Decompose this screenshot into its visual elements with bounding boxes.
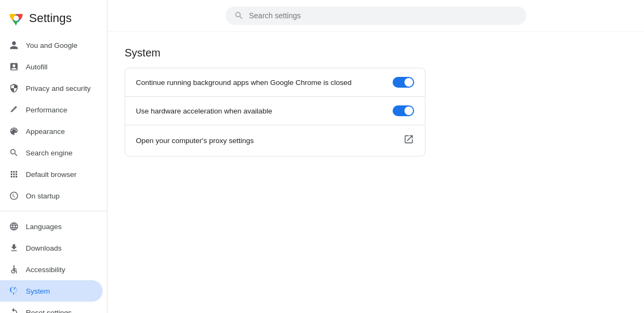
sidebar-item-downloads[interactable]: Downloads [0, 237, 103, 259]
search-icon [234, 11, 244, 20]
sidebar-item-appearance[interactable]: Appearance [0, 120, 103, 142]
sidebar-item-you-and-google[interactable]: You and Google [0, 34, 103, 56]
topbar [107, 0, 644, 32]
sidebar-item-label: Reset settings [26, 309, 72, 314]
sidebar-item-label: Performance [26, 106, 67, 114]
settings-card: Continue running background apps when Go… [125, 68, 425, 156]
sidebar-item-label: Appearance [26, 127, 65, 136]
sidebar-item-label: System [26, 287, 50, 295]
sidebar-item-label: Autofill [26, 63, 48, 71]
shield-icon [9, 83, 19, 94]
main-content: System Continue running background apps … [107, 0, 644, 313]
sidebar-item-label: On startup [26, 192, 60, 200]
toggle-background-apps-slider [393, 77, 414, 88]
appearance-icon [9, 126, 19, 137]
startup-icon [9, 190, 19, 201]
globe-icon [9, 221, 19, 232]
content-area: System Continue running background apps … [107, 32, 644, 172]
search-bar-container [226, 6, 526, 25]
performance-icon [9, 104, 19, 115]
sidebar-item-label: Privacy and security [26, 84, 91, 93]
app-title: Settings [29, 11, 72, 25]
toggle-hardware-acceleration[interactable] [393, 105, 414, 116]
person-icon [9, 40, 19, 51]
reset-icon [9, 307, 19, 313]
sidebar-item-reset-settings[interactable]: Reset settings [0, 302, 103, 313]
accessibility-icon [9, 264, 19, 275]
toggle-hardware-acceleration-slider [393, 105, 414, 116]
toggle-background-apps[interactable] [393, 77, 414, 88]
sidebar-item-label: Accessibility [26, 266, 66, 274]
sidebar-item-default-browser[interactable]: Default browser [0, 163, 103, 185]
wrench-icon [9, 286, 19, 296]
app-title-area: Settings [0, 4, 107, 34]
sidebar-item-label: Search engine [26, 149, 73, 157]
setting-row-background-apps: Continue running background apps when Go… [125, 68, 425, 97]
setting-label-hardware-acceleration: Use hardware acceleration when available [136, 107, 393, 115]
svg-point-3 [13, 266, 15, 267]
sidebar: Settings You and Google Autofill Privacy… [0, 0, 107, 313]
download-icon [9, 243, 19, 253]
sidebar-item-label: Default browser [26, 170, 77, 179]
sidebar-item-label: You and Google [26, 41, 77, 49]
setting-label-background-apps: Continue running background apps when Go… [136, 79, 393, 87]
section-title: System [125, 47, 627, 59]
sidebar-item-label: Downloads [26, 244, 62, 252]
sidebar-item-languages[interactable]: Languages [0, 216, 103, 237]
sidebar-item-accessibility[interactable]: Accessibility [0, 259, 103, 280]
sidebar-item-on-startup[interactable]: On startup [0, 185, 103, 207]
setting-row-proxy-settings[interactable]: Open your computer's proxy settings [125, 125, 425, 156]
svg-point-2 [13, 16, 19, 21]
search-icon [9, 147, 19, 158]
search-input[interactable] [249, 11, 518, 20]
setting-label-proxy-settings: Open your computer's proxy settings [136, 137, 403, 145]
browser-icon [9, 169, 19, 180]
external-link-icon [403, 134, 414, 147]
sidebar-item-privacy-and-security[interactable]: Privacy and security [0, 77, 103, 99]
chrome-logo-icon [9, 11, 24, 26]
sidebar-item-search-engine[interactable]: Search engine [0, 142, 103, 163]
autofill-icon [9, 61, 19, 72]
sidebar-divider-1 [0, 211, 107, 211]
sidebar-item-autofill[interactable]: Autofill [0, 56, 103, 77]
sidebar-item-label: Languages [26, 223, 62, 231]
sidebar-item-system[interactable]: System [0, 280, 103, 302]
setting-row-hardware-acceleration: Use hardware acceleration when available [125, 97, 425, 125]
sidebar-item-performance[interactable]: Performance [0, 99, 103, 120]
